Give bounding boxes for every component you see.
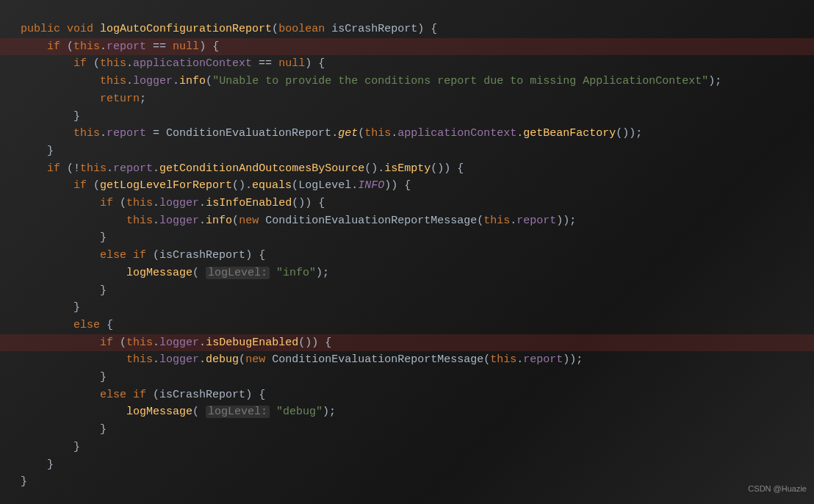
code-line: logMessage( logLevel: "debug"); (21, 403, 814, 421)
code-line: if (this.logger.isInfoEnabled()) { (21, 195, 814, 212)
code-line: } (21, 421, 814, 439)
code-line-highlighted: if (this.logger.isDebugEnabled()) { (0, 334, 814, 352)
code-line: if (!this.report.getConditionAndOutcomes… (21, 160, 814, 178)
code-line: public void logAutoConfigurationReport(b… (21, 21, 814, 38)
code-line: logMessage( logLevel: "info"); (21, 264, 814, 282)
code-line: else if (isCrashReport) { (21, 247, 814, 264)
code-line: this.logger.debug(new ConditionEvaluatio… (21, 351, 814, 369)
code-line: } (21, 369, 814, 386)
code-line: else if (isCrashReport) { (21, 386, 814, 404)
code-line: if (getLogLevelForReport().equals(LogLev… (21, 177, 814, 195)
code-line: } (21, 143, 814, 160)
code-line-highlighted: if (this.report == null) { (0, 38, 814, 56)
param-hint: logLevel: (206, 267, 270, 279)
code-line: } (21, 282, 814, 300)
code-line: this.logger.info("Unable to provide the … (21, 73, 814, 90)
code-line: if (this.applicationContext == null) { (21, 55, 814, 73)
code-line: } (21, 456, 814, 474)
param-hint: logLevel: (206, 406, 270, 418)
code-line: this.logger.info(new ConditionEvaluation… (21, 212, 814, 230)
code-line: } (21, 108, 814, 126)
code-line: } (21, 229, 814, 247)
watermark: CSDN @Huazie (748, 480, 807, 498)
code-line: else { (21, 317, 814, 334)
code-line: return; (21, 90, 814, 108)
code-line: this.report = ConditionEvaluationReport.… (21, 125, 814, 143)
code-line: } (21, 299, 814, 317)
code-line: } (21, 439, 814, 456)
code-line: } (21, 473, 814, 491)
code-editor-area[interactable]: public void logAutoConfigurationReport(b… (0, 0, 814, 491)
